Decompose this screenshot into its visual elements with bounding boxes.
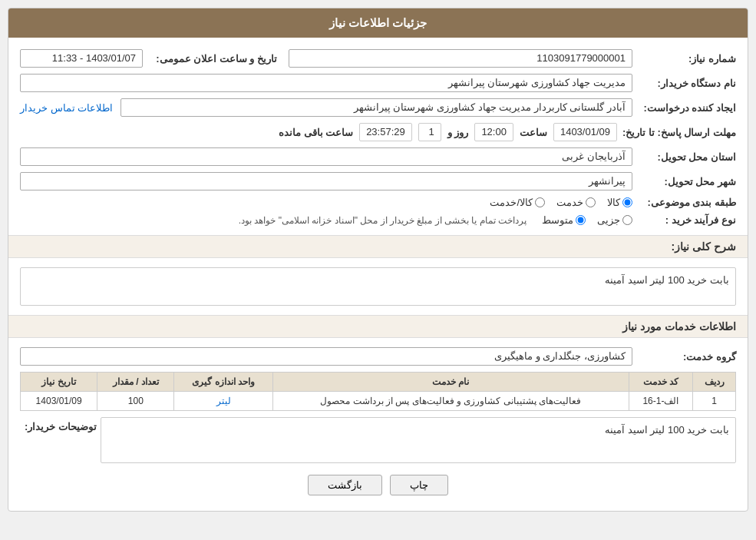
- tarikh-elan-label: تاریخ و ساعت اعلان عمومی:: [147, 53, 277, 65]
- nooe-notice: پرداخت تمام یا بخشی از مبلغ خریدار از مح…: [239, 215, 527, 226]
- grohe-khadamat-row: گروه خدمت: کشاورزی، جنگلداری و ماهیگیری: [20, 347, 736, 366]
- col-tarikh: تاریخ نیاز: [21, 373, 97, 392]
- radio-kala-label: کالا: [607, 197, 620, 208]
- radio-jozei-label: جزیی: [597, 214, 620, 226]
- nam-dastgah-row: نام دستگاه خریدار: مدیریت جهاد کشاورزی ش…: [20, 74, 736, 92]
- cell-tedad: 100: [97, 392, 174, 411]
- card-header: جزئیات اطلاعات نیاز: [8, 8, 748, 38]
- services-section-title: اطلاعات خدمات مورد نیاز: [8, 315, 748, 338]
- radio-kala-input[interactable]: [622, 197, 632, 207]
- grohe-khadamat-label: گروه خدمت:: [636, 351, 736, 363]
- tabaqe-label: طبقه بندی موضوعی:: [636, 197, 736, 208]
- cell-kod: الف-1-16: [629, 392, 692, 411]
- card-body: شماره نیاز: 1103091779000001 تاریخ و ساع…: [8, 38, 748, 511]
- sharh-niaz-section-label: شرح کلی نیاز:: [672, 240, 736, 253]
- radio-kala-khadamat-input[interactable]: [535, 197, 545, 207]
- shomara-niaz-value: 1103091779000001: [289, 49, 632, 68]
- tabaqe-row: طبقه بندی موضوعی: کالا/خدمت خدمت کالا: [20, 197, 736, 208]
- nam-dastgah-label: نام دستگاه خریدار:: [636, 78, 736, 89]
- ijad-konande-row: ایجاد کننده درخواست: آبادر گلستانی کاربر…: [20, 98, 736, 117]
- date-time-group: 1403/01/09 ساعت 12:00 روز و 1 23:57:29 س…: [20, 123, 617, 141]
- shahr-label: شهر محل تحویل:: [636, 176, 736, 187]
- sharh-niaz-value: بابت خرید 100 لیتر اسید آمینه: [20, 267, 736, 306]
- roz-va-label: روز و: [447, 127, 469, 138]
- col-kod: کد خدمت: [629, 373, 692, 392]
- radio-kala: کالا: [607, 197, 632, 208]
- nooe-farayand-label: نوع فرآیند خرید :: [636, 214, 736, 226]
- ostan-value: آذربایجان غربی: [20, 147, 632, 166]
- radio-motawaset: متوسط: [542, 214, 586, 226]
- radio-jozei: جزیی: [597, 214, 632, 226]
- cell-vahed[interactable]: لیتر: [174, 392, 272, 411]
- baqi-mande-value: 23:57:29: [359, 123, 412, 141]
- cell-nam: فعالیت‌های پشتیبانی کشاورزی و فعالیت‌های…: [272, 392, 629, 411]
- radio-khadamat-input[interactable]: [586, 197, 596, 207]
- table-row: 1 الف-1-16 فعالیت‌های پشتیبانی کشاورزی و…: [21, 392, 736, 411]
- grohe-khadamat-value: کشاورزی، جنگلداری و ماهیگیری: [20, 347, 632, 366]
- main-card: جزئیات اطلاعات نیاز شماره نیاز: 11030917…: [8, 8, 748, 512]
- date-value: 1403/01/09: [553, 123, 617, 141]
- saat-value: 12:00: [474, 123, 513, 141]
- radio-motawaset-label: متوسط: [542, 214, 573, 226]
- baqi-mande-label: ساعت باقی مانده: [279, 127, 353, 138]
- shomara-niaz-row: شماره نیاز: 1103091779000001 تاریخ و ساع…: [20, 49, 736, 68]
- services-table-body: 1 الف-1-16 فعالیت‌های پشتیبانی کشاورزی و…: [21, 392, 736, 411]
- page-container: جزئیات اطلاعات نیاز شماره نیاز: 11030917…: [0, 0, 756, 540]
- nam-dastgah-value: مدیریت جهاد کشاورزی شهرستان پیرانشهر: [20, 74, 632, 92]
- cell-tarikh: 1403/01/09: [21, 392, 97, 411]
- tozihat-row: بابت خرید 100 لیتر اسید آمینه توضیحات خر…: [20, 417, 736, 463]
- services-table: ردیف کد خدمت نام خدمت واحد اندازه گیری ت…: [20, 372, 736, 411]
- col-vahed: واحد اندازه گیری: [174, 373, 272, 392]
- radio-motawaset-input[interactable]: [576, 215, 586, 225]
- ijad-konande-value: آبادر گلستانی کاربردار مدیریت جهاد کشاور…: [120, 98, 632, 117]
- mohlat-row: مهلت ارسال پاسخ: تا تاریخ: 1403/01/09 سا…: [20, 123, 736, 141]
- saat-label: ساعت: [520, 127, 547, 138]
- radio-jozei-input[interactable]: [622, 215, 632, 225]
- cell-radif: 1: [693, 392, 736, 411]
- ostan-row: استان محل تحویل: آذربایجان غربی: [20, 147, 736, 166]
- purchase-type-group: متوسط جزیی: [542, 214, 632, 226]
- button-row: چاپ بازگشت: [20, 463, 736, 499]
- page-title: جزئیات اطلاعات نیاز: [329, 16, 427, 29]
- ijad-konande-label: ایجاد کننده درخواست:: [636, 102, 736, 114]
- shahr-row: شهر محل تحویل: پیرانشهر: [20, 172, 736, 190]
- radio-kala-khadamat-label: کالا/خدمت: [490, 197, 533, 208]
- col-tedad: تعداد / مقدار: [97, 373, 174, 392]
- sharh-niaz-container: بابت خرید 100 لیتر اسید آمینه: [20, 267, 736, 306]
- tabaqe-radio-group: کالا/خدمت خدمت کالا: [490, 197, 632, 208]
- tozihat-label: توضیحات خریدار:: [20, 417, 97, 432]
- ostan-label: استان محل تحویل:: [636, 151, 736, 163]
- tozihat-value: بابت خرید 100 لیتر اسید آمینه: [101, 417, 736, 463]
- tarikh-elan-value: 1403/01/07 - 11:33: [20, 49, 143, 68]
- col-nam: نام خدمت: [272, 373, 629, 392]
- nooe-farayand-row: نوع فرآیند خرید : متوسط جزیی پرداخت تمام…: [20, 214, 736, 226]
- radio-khadamat-label: خدمت: [556, 197, 583, 208]
- radio-khadamat: خدمت: [556, 197, 596, 208]
- services-table-head: ردیف کد خدمت نام خدمت واحد اندازه گیری ت…: [21, 373, 736, 392]
- roz-value: 1: [418, 123, 441, 141]
- back-button[interactable]: بازگشت: [308, 475, 382, 495]
- shomara-niaz-label: شماره نیاز:: [636, 53, 736, 65]
- sharh-niaz-section-title: شرح کلی نیاز:: [8, 235, 748, 258]
- etelaat-tamas-link[interactable]: اطلاعات تماس خریدار: [20, 102, 113, 114]
- print-button[interactable]: چاپ: [390, 475, 448, 495]
- shahr-value: پیرانشهر: [20, 172, 632, 190]
- mohlat-label: مهلت ارسال پاسخ: تا تاریخ:: [621, 127, 736, 138]
- services-section-label: اطلاعات خدمات مورد نیاز: [622, 320, 736, 333]
- table-header-row: ردیف کد خدمت نام خدمت واحد اندازه گیری ت…: [21, 373, 736, 392]
- col-radif: ردیف: [693, 373, 736, 392]
- radio-kala-khadamat: کالا/خدمت: [490, 197, 545, 208]
